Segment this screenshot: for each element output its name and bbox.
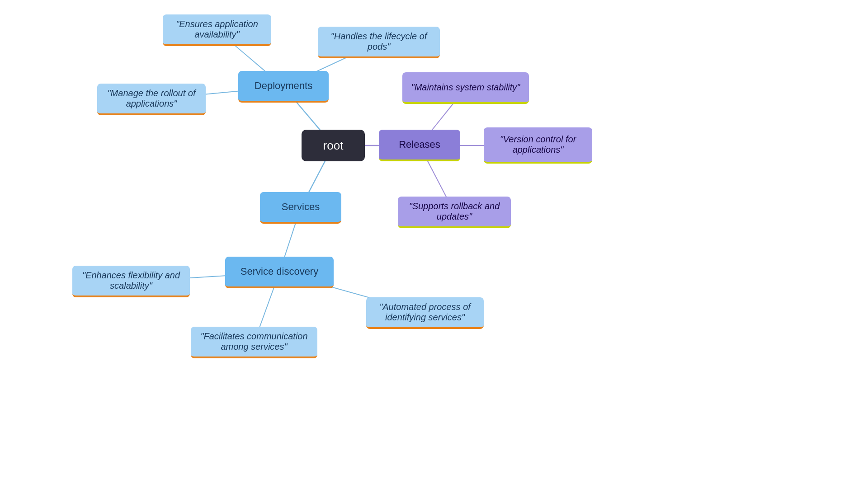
deployments-node: Deployments (238, 71, 329, 103)
handles-node: "Handles the lifecycle of pods" (318, 27, 440, 58)
releases-node: Releases (379, 130, 460, 161)
maintains-node: "Maintains system stability" (402, 72, 529, 104)
manage-node: "Manage the rollout of applications" (97, 84, 206, 115)
automated-node: "Automated process of identifying servic… (366, 297, 484, 329)
enhances-node: "Enhances flexibility and scalability" (72, 266, 190, 297)
facilitates-node: "Facilitates communication among service… (191, 327, 317, 358)
root-node: root (302, 130, 365, 161)
mind-map-container: root Deployments Services Releases Servi… (0, 0, 868, 488)
service-discovery-node: Service discovery (225, 257, 334, 288)
ensures-node: "Ensures application availability" (163, 14, 271, 46)
version-node: "Version control for applications" (484, 127, 592, 164)
services-node: Services (260, 192, 341, 224)
supports-node: "Supports rollback and updates" (398, 197, 511, 228)
